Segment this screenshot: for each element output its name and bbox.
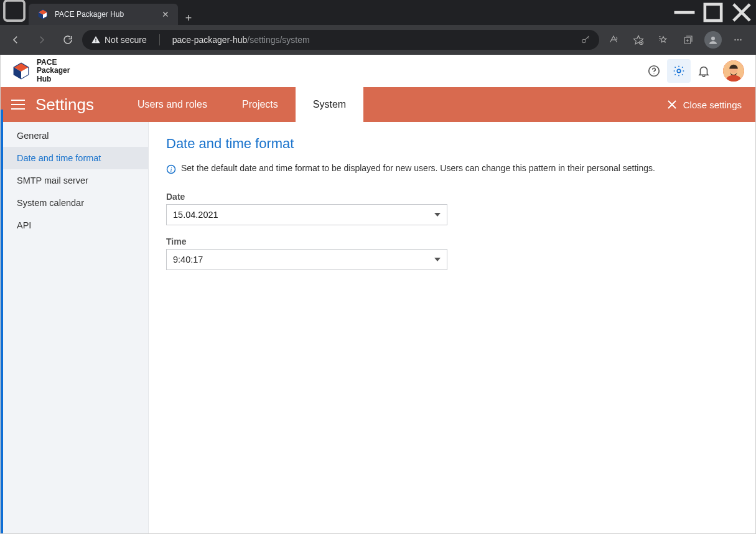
tab-projects[interactable]: Projects — [225, 87, 296, 122]
info-text: Set the default date and time format to … — [181, 163, 655, 173]
svg-rect-0 — [4, 1, 24, 21]
app-viewport: PACE Packager Hub Settings Users and rol… — [0, 55, 756, 534]
favorites-bar-icon[interactable] — [651, 30, 675, 50]
svg-point-10 — [582, 39, 586, 42]
app-header: PACE Packager Hub — [1, 55, 755, 87]
back-button[interactable] — [4, 30, 27, 50]
settings-bar: Settings Users and roles Projects System… — [1, 87, 755, 122]
minimize-button[interactable] — [670, 0, 699, 25]
svg-point-32 — [677, 69, 681, 73]
svg-point-22 — [711, 37, 715, 40]
info-icon: i — [166, 164, 176, 174]
sidebar-item-system-calendar[interactable]: System calendar — [1, 192, 148, 214]
time-format-field: Time 9:40:17 — [166, 237, 447, 270]
tab-actions-icon[interactable] — [0, 0, 29, 25]
tab-title: PACE Packager Hub — [55, 10, 156, 19]
date-format-select[interactable]: 15.04.2021 — [166, 204, 447, 225]
sidebar-item-api[interactable]: API — [1, 214, 148, 237]
svg-rect-8 — [95, 39, 96, 40]
menu-toggle-button[interactable] — [1, 87, 35, 122]
logo-text: PACE Packager Hub — [37, 59, 70, 83]
svg-point-31 — [653, 73, 654, 74]
window-controls — [670, 0, 756, 25]
tab-strip: PACE Packager Hub ✕ + — [0, 0, 199, 25]
settings-tabs: Users and roles Projects System — [120, 87, 363, 122]
svg-marker-15 — [660, 37, 666, 42]
svg-rect-5 — [705, 4, 721, 21]
sidebar: General Date and time format SMTP mail s… — [1, 122, 149, 533]
sidebar-item-date-time-format[interactable]: Date and time format — [1, 147, 148, 169]
page-title: Date and time format — [166, 136, 738, 152]
window-close-button[interactable] — [727, 0, 756, 25]
browser-titlebar: PACE Packager Hub ✕ + — [0, 0, 756, 25]
close-settings-button[interactable]: Close settings — [653, 87, 755, 122]
main-area: General Date and time format SMTP mail s… — [1, 122, 755, 533]
security-label: Not secure — [105, 35, 147, 45]
new-tab-button[interactable]: + — [178, 12, 199, 25]
time-format-value: 9:40:17 — [173, 255, 203, 265]
sidebar-item-smtp[interactable]: SMTP mail server — [1, 169, 148, 192]
refresh-button[interactable] — [56, 30, 80, 50]
profile-button[interactable] — [701, 30, 725, 50]
forward-button — [30, 30, 54, 50]
security-warning: Not secure — [91, 35, 147, 45]
info-message: i Set the default date and time format t… — [166, 163, 738, 174]
tab-system[interactable]: System — [296, 87, 363, 122]
separator — [159, 34, 160, 45]
svg-rect-9 — [95, 41, 96, 42]
svg-text:i: i — [170, 166, 172, 173]
favicon-icon — [37, 9, 49, 20]
favorites-icon[interactable] — [627, 30, 650, 50]
address-field[interactable]: Not secure pace-packager-hub/settings/sy… — [82, 30, 599, 50]
key-icon[interactable] — [581, 35, 590, 45]
warning-icon — [91, 35, 101, 45]
user-avatar[interactable] — [723, 60, 744, 82]
toolbar-right — [602, 30, 752, 50]
app-logo[interactable]: PACE Packager Hub — [12, 59, 70, 83]
more-menu-icon[interactable] — [726, 30, 750, 50]
collections-icon[interactable] — [676, 30, 700, 50]
help-button[interactable] — [642, 59, 666, 83]
scrollbar-indicator — [1, 110, 3, 533]
date-format-value: 15.04.2021 — [173, 210, 218, 220]
settings-heading: Settings — [35, 87, 109, 122]
url-text: pace-packager-hub/settings/system — [172, 35, 310, 45]
close-settings-label: Close settings — [683, 100, 742, 110]
settings-button[interactable] — [667, 59, 691, 83]
svg-point-24 — [737, 39, 739, 40]
date-format-field: Date 15.04.2021 — [166, 192, 447, 225]
tab-users-and-roles[interactable]: Users and roles — [120, 87, 225, 122]
browser-tab[interactable]: PACE Packager Hub ✕ — [29, 4, 178, 25]
content-panel: Date and time format i Set the default d… — [149, 122, 755, 533]
svg-point-23 — [734, 39, 735, 40]
browser-address-bar: Not secure pace-packager-hub/settings/sy… — [0, 25, 756, 55]
close-tab-icon[interactable]: ✕ — [162, 9, 169, 19]
svg-point-25 — [740, 39, 741, 40]
time-label: Time — [166, 237, 447, 246]
sidebar-item-general[interactable]: General — [1, 124, 148, 147]
time-format-select[interactable]: 9:40:17 — [166, 249, 447, 270]
read-aloud-icon[interactable] — [602, 30, 625, 50]
maximize-button[interactable] — [699, 0, 727, 25]
date-label: Date — [166, 192, 447, 202]
logo-icon — [12, 62, 30, 80]
notifications-button[interactable] — [692, 59, 716, 83]
